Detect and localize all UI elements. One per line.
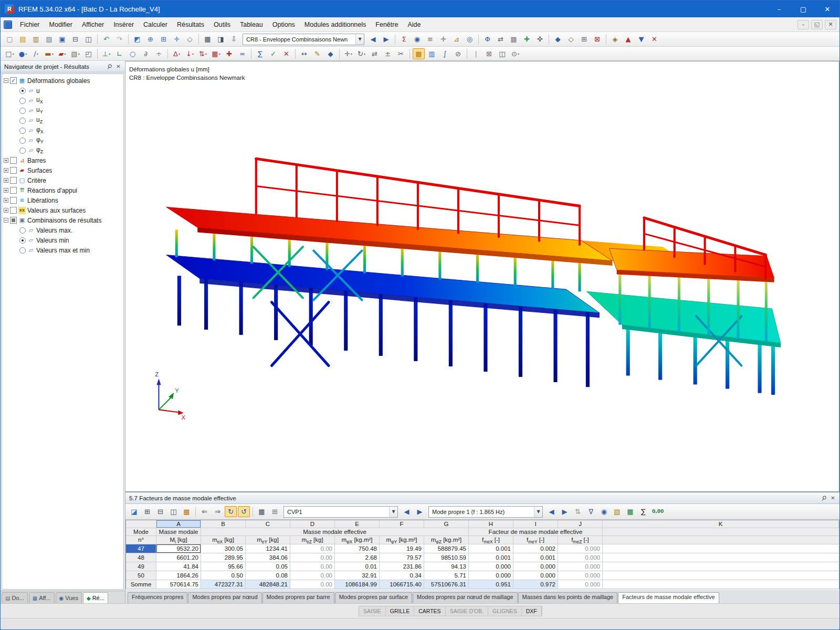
cell-48-c[interactable]: 384.06 bbox=[246, 553, 290, 562]
navigator-tab-vues[interactable]: ◉Vues bbox=[56, 592, 82, 603]
cell-somme-f[interactable]: 1066715.40 bbox=[380, 580, 424, 589]
cell-49-b[interactable]: 95.66 bbox=[201, 562, 246, 571]
compare-results-icon[interactable]: ⇄ bbox=[495, 34, 507, 45]
menu-fichier[interactable]: Fichier bbox=[15, 18, 45, 31]
cell-48-h[interactable]: 0.001 bbox=[469, 553, 513, 562]
program-options-icon[interactable]: ⊙▾ bbox=[509, 48, 521, 59]
sync-view-icon[interactable]: ↺ bbox=[238, 506, 250, 517]
print-report-icon[interactable]: ◫ bbox=[496, 48, 508, 59]
visibility-mode-icon[interactable]: ◎ bbox=[464, 34, 476, 45]
show-numbering-icon[interactable]: ⊿ bbox=[450, 34, 463, 45]
delete-results-icon[interactable]: ✕ bbox=[648, 34, 660, 45]
expand-icon[interactable]: + bbox=[4, 198, 8, 203]
export-ifc-icon[interactable]: ▼ bbox=[635, 34, 647, 45]
result-values-icon[interactable]: ◉ bbox=[411, 34, 423, 45]
render-model-icon[interactable]: ◩ bbox=[131, 34, 143, 45]
previous-case-icon[interactable]: ◀ bbox=[401, 506, 413, 517]
cvp-combo[interactable]: CVP1 ▼ bbox=[284, 506, 398, 518]
tree-item-liberations[interactable]: +≋Libérations bbox=[4, 195, 123, 205]
navigator-tab-re[interactable]: ◆Ré... bbox=[83, 592, 108, 603]
add-comment-icon[interactable]: ✚ bbox=[521, 34, 533, 45]
center-view-icon[interactable]: ✜ bbox=[534, 34, 546, 45]
tree-item-ux[interactable]: ▱uX bbox=[4, 96, 123, 106]
cell-49-j[interactable]: 0.000 bbox=[558, 562, 603, 571]
cell-50-j[interactable]: 0.000 bbox=[558, 571, 603, 580]
close-window-icon[interactable]: ⊠ bbox=[591, 34, 603, 45]
jump-to-row-icon[interactable]: ⇅ bbox=[572, 506, 584, 517]
tree-item-barres[interactable]: +⊿Barres bbox=[4, 155, 123, 165]
import-table-icon[interactable]: ⇐ bbox=[198, 506, 211, 517]
cvp-combo-dropdown-icon[interactable]: ▼ bbox=[389, 507, 397, 517]
checkbox[interactable] bbox=[10, 197, 17, 204]
line-support-icon[interactable]: ∟ bbox=[113, 48, 125, 59]
tree-item-z[interactable]: ▱φZ bbox=[4, 145, 123, 155]
mdi-minimize-button[interactable]: – bbox=[797, 20, 809, 29]
table-tab-modes-propres-par-n-ud-de-maillage[interactable]: Modes propres par nœud de maillage bbox=[413, 592, 517, 603]
cell-somme-k[interactable] bbox=[603, 580, 839, 589]
sync-selection-icon[interactable]: ↻ bbox=[225, 506, 237, 517]
text-comment-icon[interactable]: ✎ bbox=[311, 48, 323, 59]
highlight-exceeded-icon[interactable]: ▧ bbox=[611, 506, 623, 517]
row-header-47[interactable]: 47 bbox=[126, 544, 156, 553]
control-panel-icon[interactable]: ▩ bbox=[413, 48, 425, 59]
cell-47-k[interactable] bbox=[603, 544, 839, 553]
delete-row-icon[interactable]: ⊟ bbox=[154, 506, 166, 517]
menu-modifier[interactable]: Modifier bbox=[45, 18, 77, 31]
select-special-icon[interactable]: □▾ bbox=[4, 48, 16, 59]
cell-47-a[interactable]: 9532.20 bbox=[156, 544, 201, 553]
minimize-button[interactable]: – bbox=[767, 1, 791, 17]
cell-47-h[interactable]: 0.001 bbox=[469, 544, 513, 553]
status-toggle-saisie[interactable]: SAISIE bbox=[359, 606, 386, 616]
menu-calculer[interactable]: Calculer bbox=[139, 18, 172, 31]
expand-icon[interactable]: + bbox=[4, 188, 8, 193]
cell-48-g[interactable]: 98510.59 bbox=[424, 553, 469, 562]
cell-48-f[interactable]: 79.57 bbox=[380, 553, 424, 562]
navigator-tab-do[interactable]: ▤Do... bbox=[2, 592, 28, 603]
radio[interactable] bbox=[19, 108, 26, 114]
archive-model-icon[interactable]: ▨ bbox=[43, 34, 55, 45]
dxf-underlay-icon[interactable]: ⊠ bbox=[483, 48, 495, 59]
member-eccentricity-icon[interactable]: ∂ bbox=[140, 48, 152, 59]
menu-options[interactable]: Options bbox=[268, 18, 300, 31]
column-header-b[interactable]: B bbox=[201, 520, 246, 528]
checkbox[interactable] bbox=[10, 207, 17, 214]
cell-48-d[interactable]: 0.00 bbox=[290, 553, 335, 562]
show-results-icon[interactable]: Σ bbox=[398, 34, 410, 45]
radio[interactable] bbox=[19, 247, 26, 254]
cell-49-k[interactable] bbox=[603, 562, 839, 571]
cell-50-h[interactable]: 0.000 bbox=[469, 571, 513, 580]
tree-item-combinaisons-de-resultats[interactable]: −▣Combinaisons de résultats bbox=[4, 215, 123, 225]
radio[interactable] bbox=[19, 98, 26, 104]
new-window-icon[interactable]: ⊞ bbox=[578, 34, 590, 45]
pan-view-icon[interactable]: ✛ bbox=[171, 34, 183, 45]
tree-item-y[interactable]: ▱φY bbox=[4, 135, 123, 145]
insert-column-icon[interactable]: ⊞ bbox=[141, 506, 153, 517]
menu-fenetre[interactable]: Fenêtre bbox=[371, 18, 403, 31]
check-model-icon[interactable]: ✓ bbox=[267, 48, 279, 59]
render-solid-icon[interactable]: ◆ bbox=[552, 34, 564, 45]
cell-48-a[interactable]: 6601.20 bbox=[156, 553, 201, 562]
next-mode-icon[interactable]: ▶ bbox=[559, 506, 571, 517]
row-header-corner[interactable] bbox=[126, 520, 156, 528]
open-model-icon[interactable]: ▤ bbox=[17, 34, 29, 45]
cell-50-g[interactable]: 5.71 bbox=[424, 571, 469, 580]
status-toggle-saisie-d-ob[interactable]: SAISIE D'OB. bbox=[446, 606, 488, 616]
guide-lines-icon[interactable]: ∣ bbox=[470, 48, 482, 59]
color-scale-icon[interactable]: ▥ bbox=[426, 48, 438, 59]
radio[interactable] bbox=[19, 128, 26, 134]
load-case-list-icon[interactable]: ⇩ bbox=[228, 34, 240, 45]
display-grid-icon[interactable]: ▩ bbox=[508, 34, 520, 45]
cell-47-c[interactable]: 1234.41 bbox=[246, 544, 290, 553]
cell-50-d[interactable]: 0.00 bbox=[290, 571, 335, 580]
checkbox[interactable] bbox=[10, 167, 17, 174]
expand-icon[interactable]: + bbox=[4, 168, 8, 173]
table-tab-frequences-propres[interactable]: Fréquences propres bbox=[128, 592, 187, 603]
zoom-in-icon[interactable]: ⊕ bbox=[144, 34, 156, 45]
dimension-line-icon[interactable]: ↔ bbox=[298, 48, 310, 59]
visual-object-icon[interactable]: ◆ bbox=[324, 48, 337, 59]
insert-opening-icon[interactable]: ◰ bbox=[82, 48, 94, 59]
imperfection-icon[interactable]: ≈ bbox=[236, 48, 248, 59]
cell-47-g[interactable]: 588879.45 bbox=[424, 544, 469, 553]
scale-object-icon[interactable]: ± bbox=[382, 48, 394, 59]
surface-load-icon[interactable]: ▦▾ bbox=[210, 48, 222, 59]
